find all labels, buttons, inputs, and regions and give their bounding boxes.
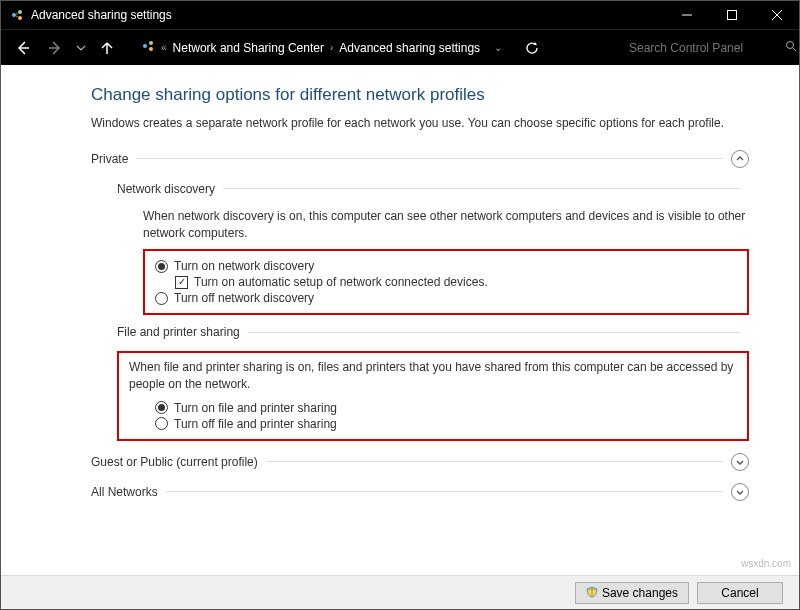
- content: Change sharing options for different net…: [1, 65, 799, 519]
- file-sharing-desc: When file and printer sharing is on, fil…: [129, 359, 737, 393]
- window-title: Advanced sharing settings: [31, 8, 172, 22]
- divider: [166, 491, 723, 492]
- breadcrumb-overflow-icon[interactable]: «: [161, 42, 167, 53]
- section-guest: Guest or Public (current profile): [91, 449, 749, 475]
- section-label-all: All Networks: [91, 485, 158, 499]
- window-titlebar: Advanced sharing settings: [1, 1, 799, 29]
- svg-line-4: [15, 15, 19, 18]
- radio-icon: [155, 417, 168, 430]
- highlight-box-file-sharing: When file and printer sharing is on, fil…: [117, 351, 749, 441]
- shield-icon: [586, 586, 598, 600]
- radio-fs-off[interactable]: Turn off file and printer sharing: [155, 417, 737, 431]
- file-sharing-group: File and printer sharing When file and p…: [91, 325, 749, 441]
- svg-line-15: [793, 48, 796, 51]
- page-title: Change sharing options for different net…: [91, 85, 749, 105]
- svg-line-3: [15, 12, 19, 15]
- expand-icon[interactable]: [731, 453, 749, 471]
- svg-point-11: [143, 44, 147, 48]
- network-discovery-title-row: Network discovery: [117, 182, 749, 196]
- content-scroll[interactable]: Change sharing options for different net…: [1, 65, 799, 575]
- section-all-networks: All Networks: [91, 479, 749, 505]
- radio-nd-on[interactable]: Turn on network discovery: [155, 259, 737, 273]
- radio-label: Turn off file and printer sharing: [174, 417, 337, 431]
- breadcrumb-item-advanced[interactable]: Advanced sharing settings: [339, 41, 480, 55]
- navigation-bar: « Network and Sharing Center › Advanced …: [1, 29, 799, 65]
- divider: [266, 461, 723, 462]
- collapse-icon[interactable]: [731, 150, 749, 168]
- section-label-guest: Guest or Public (current profile): [91, 455, 258, 469]
- close-button[interactable]: [754, 1, 799, 29]
- network-discovery-title: Network discovery: [117, 182, 215, 196]
- app-icon: [9, 7, 25, 23]
- svg-point-13: [149, 47, 153, 51]
- breadcrumb-item-network[interactable]: Network and Sharing Center: [173, 41, 324, 55]
- section-private: Private Network discovery When network d…: [91, 146, 749, 441]
- footer: Save changes Cancel: [1, 575, 799, 609]
- save-label: Save changes: [602, 586, 678, 600]
- refresh-button[interactable]: [518, 34, 546, 62]
- radio-label: Turn on network discovery: [174, 259, 314, 273]
- back-button[interactable]: [9, 34, 37, 62]
- svg-rect-6: [727, 11, 736, 20]
- radio-icon: [155, 292, 168, 305]
- svg-point-12: [149, 41, 153, 45]
- forward-button[interactable]: [41, 34, 69, 62]
- checkbox-nd-auto[interactable]: Turn on automatic setup of network conne…: [175, 275, 737, 289]
- breadcrumb[interactable]: « Network and Sharing Center › Advanced …: [135, 36, 508, 60]
- divider: [248, 332, 741, 333]
- section-label-private: Private: [91, 152, 128, 166]
- radio-nd-off[interactable]: Turn off network discovery: [155, 291, 737, 305]
- file-sharing-title-row: File and printer sharing: [117, 325, 749, 339]
- search-icon[interactable]: [785, 40, 797, 55]
- network-discovery-group: Network discovery When network discovery…: [91, 182, 749, 316]
- search-box[interactable]: [621, 36, 791, 60]
- chevron-down-icon[interactable]: ⌄: [494, 42, 502, 53]
- recent-locations-button[interactable]: [73, 34, 89, 62]
- breadcrumb-root-icon: [141, 39, 155, 56]
- up-button[interactable]: [93, 34, 121, 62]
- divider: [136, 158, 723, 159]
- section-header-private[interactable]: Private: [91, 146, 749, 172]
- chevron-right-icon: ›: [330, 42, 333, 53]
- radio-label: Turn on file and printer sharing: [174, 401, 337, 415]
- divider: [223, 188, 741, 189]
- network-discovery-desc: When network discovery is on, this compu…: [143, 208, 749, 242]
- minimize-button[interactable]: [664, 1, 709, 29]
- cancel-button[interactable]: Cancel: [697, 582, 783, 604]
- radio-icon: [155, 401, 168, 414]
- checkbox-label: Turn on automatic setup of network conne…: [194, 275, 488, 289]
- section-header-guest[interactable]: Guest or Public (current profile): [91, 449, 749, 475]
- section-header-all[interactable]: All Networks: [91, 479, 749, 505]
- save-changes-button[interactable]: Save changes: [575, 582, 689, 604]
- radio-label: Turn off network discovery: [174, 291, 314, 305]
- highlight-box-network-discovery: Turn on network discovery Turn on automa…: [143, 249, 749, 315]
- checkbox-icon: [175, 276, 188, 289]
- expand-icon[interactable]: [731, 483, 749, 501]
- radio-fs-on[interactable]: Turn on file and printer sharing: [155, 401, 737, 415]
- radio-icon: [155, 260, 168, 273]
- file-sharing-title: File and printer sharing: [117, 325, 240, 339]
- page-description: Windows creates a separate network profi…: [91, 115, 749, 132]
- svg-point-14: [787, 42, 794, 49]
- cancel-label: Cancel: [721, 586, 758, 600]
- maximize-button[interactable]: [709, 1, 754, 29]
- search-input[interactable]: [627, 40, 781, 56]
